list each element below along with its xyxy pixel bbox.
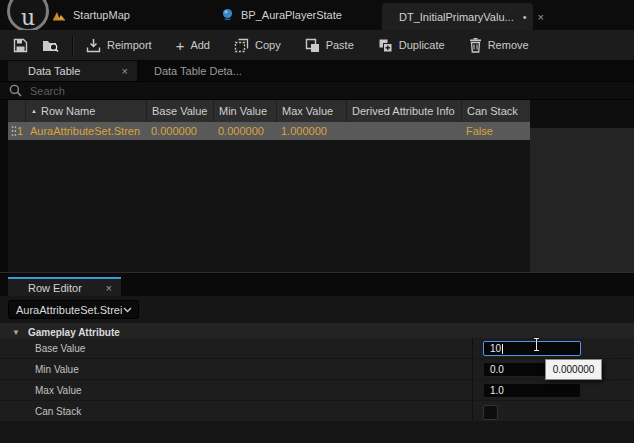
browse-to-asset-button[interactable]: [42, 38, 59, 53]
titlebar: u StartupMap BP_AuraPlayerState: [0, 0, 634, 30]
property-label: Min Value: [35, 359, 79, 379]
level-icon: [52, 9, 66, 21]
column-label: Max Value: [282, 105, 333, 117]
search-placeholder: Search: [30, 85, 65, 97]
copy-icon: [234, 38, 249, 53]
tab-dt-initialprimaryvalues-active[interactable]: DT_InitialPrimaryValu... • ×: [382, 3, 533, 30]
unreal-logo-icon[interactable]: u: [7, 0, 49, 30]
property-row-max-value: Max Value 1.0: [0, 380, 634, 401]
property-row-can-stack: Can Stack: [0, 401, 634, 422]
toolbar: Reimport + Add Copy Paste: [0, 30, 634, 61]
table-header: ▲ Row Name Base Value Min Value Max Valu…: [8, 100, 530, 122]
close-icon[interactable]: ×: [106, 282, 112, 294]
value-tooltip: 0.000000: [545, 359, 602, 380]
tab-label: Data Table Deta...: [154, 65, 242, 77]
add-button[interactable]: + Add: [176, 38, 210, 53]
save-icon: [13, 38, 28, 53]
panel-tab-bar: Data Table × Data Table Deta...: [0, 61, 634, 81]
cell-can-stack: False: [461, 122, 530, 140]
column-row-name[interactable]: ▲ Row Name: [25, 100, 146, 122]
copy-button[interactable]: Copy: [234, 38, 281, 53]
row-number: 1: [17, 125, 23, 137]
blueprint-icon: [221, 8, 234, 22]
input-value: 10: [490, 343, 501, 354]
paste-icon: [305, 38, 320, 53]
column-max-value[interactable]: Max Value: [276, 100, 346, 122]
folder-search-icon: [42, 38, 59, 53]
chevron-down-icon: [123, 307, 132, 313]
input-value: 0.0: [490, 364, 504, 375]
tab-data-table[interactable]: Data Table ×: [8, 61, 137, 81]
property-label: Max Value: [35, 380, 82, 400]
row-selector-dropdown[interactable]: AuraAttributeSet.Strei: [8, 300, 139, 319]
handle-column-header: [8, 100, 25, 122]
row-editor-tab-bar: Row Editor ×: [0, 273, 634, 296]
duplicate-icon: [378, 38, 393, 53]
tab-bp-auraplayerstate[interactable]: BP_AuraPlayerState: [221, 0, 342, 30]
unsaved-indicator: •: [523, 11, 527, 23]
can-stack-checkbox[interactable]: [483, 405, 498, 420]
column-label: Min Value: [219, 105, 267, 117]
column-base-value[interactable]: Base Value: [146, 100, 213, 122]
copy-label: Copy: [255, 39, 281, 51]
search-bar[interactable]: Search: [0, 81, 634, 100]
property-label: Can Stack: [35, 401, 81, 421]
reimport-button[interactable]: Reimport: [86, 38, 152, 53]
column-label: Derived Attribute Info: [352, 105, 455, 117]
row-editor-empty-area: [0, 422, 634, 443]
property-row-min-value: Min Value 0.0: [0, 359, 634, 380]
expander-triangle-icon: ▼: [12, 328, 20, 337]
reimport-icon: [86, 38, 101, 53]
tab-label: DT_InitialPrimaryValu...: [399, 11, 514, 23]
row-editor-panel: Row Editor × AuraAttributeSet.Strei ▼ Ga…: [0, 272, 634, 443]
property-label: Base Value: [35, 338, 85, 358]
plus-icon: +: [176, 38, 185, 53]
tab-label: Data Table: [28, 65, 80, 77]
search-icon: [9, 84, 22, 97]
cell-derived-attribute-info: [346, 122, 461, 140]
table-row[interactable]: 1 AuraAttributeSet.Stren 0.000000 0.0000…: [8, 122, 530, 140]
tab-data-table-details[interactable]: Data Table Deta...: [140, 61, 256, 81]
column-label: Can Stack: [467, 105, 518, 117]
cell-row-name: AuraAttributeSet.Stren: [25, 122, 146, 140]
paste-label: Paste: [326, 39, 354, 51]
ibeam-cursor: [533, 338, 540, 351]
tab-label: StartupMap: [73, 9, 130, 21]
unreal-editor-window: u StartupMap BP_AuraPlayerState: [0, 0, 634, 443]
table-empty-area: [8, 140, 530, 272]
sort-ascending-icon: ▲: [31, 108, 37, 114]
right-gap: [530, 100, 634, 128]
column-can-stack[interactable]: Can Stack: [461, 100, 530, 122]
paste-button[interactable]: Paste: [305, 38, 354, 53]
toolbar-separator: [72, 35, 74, 55]
column-label: Base Value: [152, 105, 207, 117]
cell-min-value: 0.000000: [213, 122, 276, 140]
duplicate-button[interactable]: Duplicate: [378, 38, 445, 53]
input-value: 1.0: [490, 385, 504, 396]
selected-row-name: AuraAttributeSet.Strei: [16, 304, 122, 316]
add-label: Add: [190, 39, 210, 51]
text-caret: [502, 344, 503, 354]
column-min-value[interactable]: Min Value: [213, 100, 276, 122]
right-side-panel: [530, 128, 634, 272]
base-value-input[interactable]: 10: [483, 341, 581, 356]
save-button[interactable]: [13, 38, 28, 53]
cell-max-value: 1.000000: [276, 122, 346, 140]
trash-icon: [469, 38, 482, 53]
tab-row-editor[interactable]: Row Editor ×: [8, 277, 121, 296]
remove-button[interactable]: Remove: [469, 38, 529, 53]
duplicate-label: Duplicate: [399, 39, 445, 51]
reimport-label: Reimport: [107, 39, 152, 51]
tab-startupmap[interactable]: StartupMap: [52, 0, 130, 30]
remove-label: Remove: [488, 39, 529, 51]
tab-label: Row Editor: [28, 282, 82, 294]
close-icon[interactable]: ×: [538, 11, 544, 23]
tab-label: BP_AuraPlayerState: [241, 9, 342, 21]
column-derived-attribute-info[interactable]: Derived Attribute Info: [346, 100, 461, 122]
close-icon[interactable]: ×: [122, 65, 128, 77]
max-value-input[interactable]: 1.0: [483, 383, 581, 398]
cell-base-value: 0.000000: [146, 122, 213, 140]
row-handle[interactable]: 1: [8, 122, 25, 140]
section-label: Gameplay Attribute: [28, 327, 120, 338]
column-label: Row Name: [41, 105, 95, 117]
